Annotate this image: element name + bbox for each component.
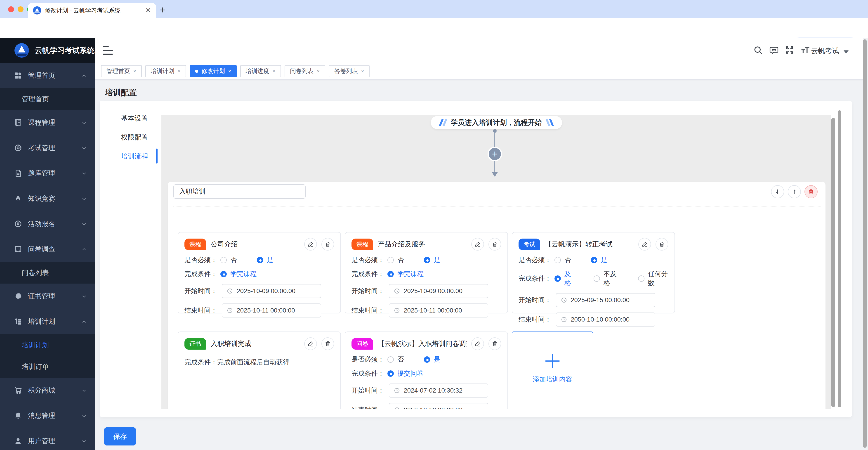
edit-button[interactable] — [471, 337, 484, 350]
window-close-button[interactable] — [8, 6, 14, 12]
sidebar-item-培训计划[interactable]: 培训计划 — [0, 309, 95, 334]
page-tab-答卷列表[interactable]: 答卷列表× — [329, 65, 370, 77]
radio-unchecked-icon[interactable] — [555, 257, 561, 263]
add-stage-button[interactable]: + — [488, 147, 502, 161]
radio-option[interactable]: 否 — [388, 256, 404, 265]
sidebar-subitem-培训计划[interactable]: 培训计划 — [0, 334, 95, 356]
radio-option[interactable]: 学完课程 — [220, 270, 256, 278]
sidebar-subitem-问卷列表[interactable]: 问卷列表 — [0, 262, 95, 283]
radio-option[interactable]: 否 — [555, 256, 571, 265]
delete-button[interactable] — [321, 238, 334, 250]
datetime-input[interactable]: 2025-10-09 00:00:00 — [389, 284, 488, 298]
radio-checked-icon[interactable] — [555, 275, 561, 282]
edit-button[interactable] — [471, 238, 484, 250]
close-icon[interactable]: × — [317, 68, 320, 74]
sidebar-item-消息管理[interactable]: 消息管理 — [0, 403, 95, 428]
datetime-input[interactable]: 2025-10-09 00:00:00 — [222, 284, 321, 298]
page-tab-管理首页[interactable]: 管理首页× — [101, 65, 142, 77]
sidebar-item-证书管理[interactable]: 证书管理 — [0, 283, 95, 309]
radio-option[interactable]: 学完课程 — [388, 270, 424, 278]
close-icon[interactable]: × — [228, 68, 231, 74]
move-up-button[interactable] — [788, 185, 801, 198]
sidebar-item-管理首页[interactable]: 管理首页 — [0, 63, 95, 88]
page-tab-培训计划[interactable]: 培训计划× — [145, 65, 186, 77]
radio-option[interactable]: 是 — [591, 256, 608, 265]
move-down-button[interactable] — [771, 185, 784, 198]
radio-option[interactable]: 不及格 — [594, 270, 618, 288]
edit-button[interactable] — [304, 238, 317, 250]
radio-checked-icon[interactable] — [388, 370, 394, 377]
tab-close-icon[interactable]: ✕ — [145, 7, 151, 14]
radio-option[interactable]: 提交问卷 — [388, 369, 424, 378]
delete-button[interactable] — [655, 238, 668, 250]
chevron-down-icon — [81, 221, 86, 227]
new-tab-button[interactable]: + — [160, 5, 165, 15]
browser-scrollbar[interactable] — [863, 39, 867, 448]
radio-option[interactable]: 否 — [220, 256, 237, 265]
edit-button[interactable] — [304, 337, 317, 350]
sidebar-item-考试管理[interactable]: 考试管理 — [0, 135, 95, 160]
datetime-input[interactable]: 2025-09-15 00:00:00 — [556, 293, 655, 307]
sidebar-item-活动报名[interactable]: 活动报名 — [0, 211, 95, 237]
tab-基本设置[interactable]: 基本设置 — [121, 110, 155, 127]
search-icon[interactable] — [753, 45, 764, 56]
sidebar-item-积分商城[interactable]: 积分商城 — [0, 378, 95, 403]
radio-checked-icon[interactable] — [424, 257, 430, 263]
save-button[interactable]: 保存 — [104, 427, 136, 446]
tab-培训流程[interactable]: 培训流程 — [121, 148, 155, 164]
sidebar-item-用户管理[interactable]: 用户管理 — [0, 428, 95, 450]
fullscreen-icon[interactable] — [785, 45, 796, 56]
user-menu[interactable]: 云帆考试 — [811, 46, 848, 56]
font-size-icon[interactable] — [800, 45, 811, 56]
window-minimize-button[interactable] — [18, 6, 24, 12]
datetime-input[interactable]: 2050-10-10 00:00:00 — [389, 403, 488, 409]
page-tab-问卷列表[interactable]: 问卷列表× — [285, 65, 325, 77]
tab-权限配置[interactable]: 权限配置 — [121, 129, 155, 146]
radio-option[interactable]: 否 — [388, 355, 404, 364]
radio-unchecked-icon[interactable] — [388, 356, 394, 363]
sidebar-item-课程管理[interactable]: 课程管理 — [0, 110, 95, 135]
delete-stage-button[interactable] — [804, 185, 817, 198]
radio-option[interactable]: 及格 — [555, 270, 574, 288]
delete-button[interactable] — [321, 337, 334, 350]
close-icon[interactable]: × — [272, 68, 276, 74]
radio-option[interactable]: 是 — [257, 256, 273, 265]
radio-unchecked-icon[interactable] — [594, 275, 600, 282]
datetime-input[interactable]: 2025-10-11 00:00:00 — [222, 303, 321, 318]
radio-option[interactable]: 是 — [424, 355, 440, 364]
sidebar-item-知识竞赛[interactable]: 知识竞赛 — [0, 186, 95, 211]
collapse-menu-icon[interactable] — [103, 46, 113, 55]
close-icon[interactable]: × — [361, 68, 364, 74]
radio-unchecked-icon[interactable] — [388, 257, 394, 263]
datetime-input[interactable]: 2025-10-11 00:00:00 — [389, 303, 488, 318]
datetime-input[interactable]: 2050-10-10 00:00:00 — [556, 312, 655, 327]
page-tab-培训进度[interactable]: 培训进度× — [240, 65, 281, 77]
panel-scrollbar[interactable] — [838, 110, 841, 407]
radio-checked-icon[interactable] — [591, 257, 597, 263]
datetime-value: 2050-10-10 00:00:00 — [571, 316, 629, 323]
radio-checked-icon[interactable] — [220, 271, 227, 277]
close-icon[interactable]: × — [178, 68, 181, 74]
radio-option[interactable]: 是 — [424, 256, 440, 265]
radio-unchecked-icon[interactable] — [638, 275, 645, 282]
close-icon[interactable]: × — [133, 68, 136, 74]
sidebar-subitem-管理首页[interactable]: 管理首页 — [0, 88, 95, 110]
delete-button[interactable] — [489, 337, 501, 350]
sidebar-subitem-培训订单[interactable]: 培训订单 — [0, 356, 95, 378]
add-training-content-button[interactable]: 添加培训内容 — [512, 331, 593, 409]
sidebar-item-问卷调查[interactable]: 问卷调查 — [0, 237, 95, 262]
radio-checked-icon[interactable] — [388, 271, 394, 277]
delete-button[interactable] — [489, 238, 501, 250]
page-tab-修改计划[interactable]: 修改计划× — [190, 65, 237, 77]
browser-tab[interactable]: 修改计划 - 云帆学习考试系统 ✕ — [28, 3, 156, 18]
datetime-input[interactable]: 2024-07-02 10:30:32 — [389, 384, 488, 397]
edit-button[interactable] — [638, 238, 651, 250]
radio-checked-icon[interactable] — [257, 257, 263, 263]
radio-unchecked-icon[interactable] — [220, 257, 227, 263]
message-icon[interactable] — [769, 45, 780, 56]
sidebar-item-题库管理[interactable]: 题库管理 — [0, 160, 95, 186]
radio-option[interactable]: 任何分数 — [638, 270, 668, 288]
stage-name-input[interactable] — [174, 184, 306, 199]
radio-checked-icon[interactable] — [424, 356, 430, 363]
canvas-scrollbar[interactable] — [831, 118, 835, 407]
